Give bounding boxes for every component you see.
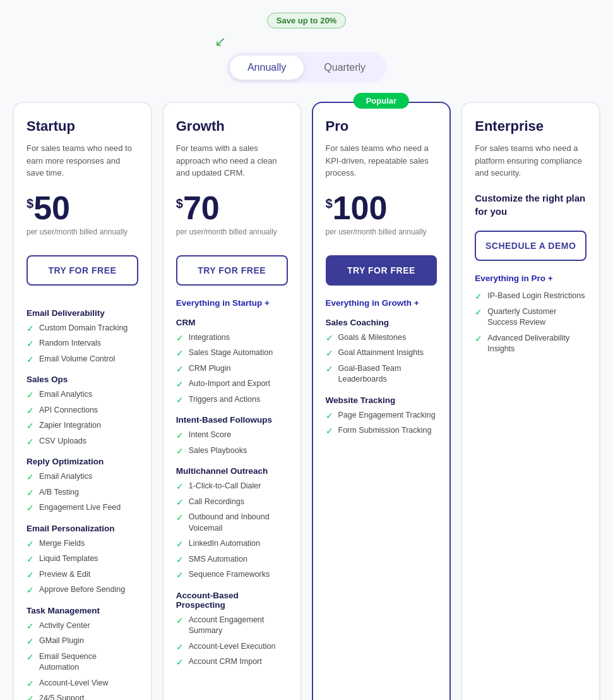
check-icon: ✓: [27, 694, 34, 700]
check-icon: ✓: [27, 621, 34, 631]
feature-item: ✓ Email Analytics: [27, 471, 138, 483]
feature-item: ✓ Preview & Edit: [27, 569, 138, 581]
check-icon: ✓: [27, 390, 34, 400]
feature-item: ✓ API Connections: [27, 405, 138, 416]
check-icon: ✓: [27, 652, 34, 662]
section-label: Email Deliverability: [27, 308, 138, 318]
check-icon: ✓: [475, 334, 482, 344]
feature-text: IP-Based Login Restrictions: [487, 291, 585, 302]
feature-item: ✓ Call Recordings: [176, 497, 288, 508]
plan-name-pro: Pro: [326, 118, 437, 135]
check-icon: ✓: [27, 570, 34, 580]
check-icon: ✓: [27, 354, 34, 365]
check-icon: ✓: [27, 488, 34, 498]
feature-text: Approve Before Sending: [39, 584, 125, 596]
feature-item: ✓ Activity Center: [27, 620, 138, 632]
price-dollar-pro: $: [326, 196, 333, 211]
check-icon: ✓: [326, 411, 333, 421]
feature-text: Account-Level View: [39, 678, 109, 689]
includes-label-enterprise: Everything in Pro +: [475, 274, 586, 283]
feature-text: A/B Testing: [39, 487, 79, 498]
plan-card-startup: StartupFor sales teams who need to earn …: [13, 102, 152, 700]
cta-button-enterprise[interactable]: SCHEDULE A DEMO: [475, 231, 586, 261]
price-row-pro: $ 100: [326, 191, 437, 224]
feature-text: Sales Stage Automation: [189, 347, 273, 359]
feature-text: Engagement Live Feed: [39, 502, 121, 514]
arrow-curve: ↙: [215, 33, 226, 50]
cta-button-pro[interactable]: TRY FOR FREE: [326, 255, 437, 286]
feature-text: Activity Center: [39, 620, 90, 632]
feature-text: Page Engagement Tracking: [338, 410, 436, 421]
feature-text: Custom Domain Tracking: [39, 323, 128, 334]
feature-text: Email Volume Control: [39, 354, 115, 365]
feature-text: Triggers and Actions: [189, 394, 260, 406]
check-icon: ✓: [27, 554, 34, 564]
section-label: Account-Based Prospecting: [176, 591, 288, 610]
feature-item: ✓ Account CRM Import: [176, 656, 288, 668]
check-icon: ✓: [27, 472, 34, 482]
check-icon: ✓: [176, 497, 184, 507]
cta-button-growth[interactable]: TRY FOR FREE: [176, 255, 288, 286]
billing-toggle: Annually Quarterly: [227, 52, 386, 83]
feature-text: Zapier Integration: [39, 420, 101, 431]
feature-text: GMail Plugin: [39, 636, 84, 647]
feature-item: ✓ Engagement Live Feed: [27, 502, 138, 514]
feature-item: ✓ Integrations: [176, 332, 288, 344]
feature-text: Liquid Templates: [39, 553, 98, 565]
popular-badge: Popular: [354, 93, 409, 109]
feature-item: ✓ Goal Attainment Insights: [326, 347, 437, 359]
section-label: Website Tracking: [326, 395, 437, 405]
customize-label-enterprise: Customize the right plan for you: [475, 191, 586, 218]
feature-item: ✓ CRM Plugin: [176, 363, 288, 375]
feature-item: ✓ Form Submission Tracking: [326, 425, 437, 437]
price-dollar-startup: $: [27, 196, 33, 211]
section-label: Reply Optimization: [27, 457, 138, 466]
plan-name-growth: Growth: [176, 118, 288, 135]
save-badge: Save up to 20%: [267, 13, 346, 28]
feature-item: ✓ CSV Uploads: [27, 436, 138, 447]
feature-text: Sequence Frameworks: [189, 569, 270, 581]
check-icon: ✓: [27, 503, 34, 513]
plans-grid: StartupFor sales teams who need to earn …: [13, 102, 600, 700]
check-icon: ✓: [27, 679, 34, 689]
check-icon: ✓: [176, 333, 184, 343]
feature-item: ✓ Email Sequence Automation: [27, 651, 138, 673]
feature-item: ✓ Outbound and Inbound Voicemail: [176, 512, 288, 534]
feature-text: Goal Attainment Insights: [338, 347, 424, 359]
feature-text: Intent Score: [189, 430, 231, 441]
feature-item: ✓ Goal-Based Team Leaderboards: [326, 363, 437, 385]
price-dollar-growth: $: [176, 196, 183, 211]
feature-item: ✓ Liquid Templates: [27, 553, 138, 565]
check-icon: ✓: [176, 657, 184, 667]
billing-annually-button[interactable]: Annually: [230, 56, 304, 80]
feature-item: ✓ IP-Based Login Restrictions: [475, 291, 586, 302]
check-icon: ✓: [326, 348, 333, 358]
feature-text: Integrations: [189, 332, 230, 344]
feature-item: ✓ LinkedIn Automation: [176, 538, 288, 550]
price-period-growth: per user/month billed annually: [176, 227, 288, 238]
plan-desc-startup: For sales teams who need to earn more re…: [27, 142, 138, 180]
feature-item: ✓ Page Engagement Tracking: [326, 410, 437, 421]
check-icon: ✓: [27, 406, 34, 416]
cta-button-startup[interactable]: TRY FOR FREE: [27, 255, 138, 286]
billing-quarterly-button[interactable]: Quarterly: [306, 56, 383, 80]
check-icon: ✓: [27, 339, 34, 349]
check-icon: ✓: [176, 570, 184, 580]
section-label: Sales Coaching: [326, 318, 437, 327]
feature-text: Goal-Based Team Leaderboards: [338, 363, 437, 385]
plan-name-enterprise: Enterprise: [475, 118, 586, 135]
section-label: Multichannel Outreach: [176, 466, 288, 476]
top-section: Save up to 20% ↙ Annually Quarterly: [13, 13, 600, 83]
check-icon: ✓: [176, 555, 184, 565]
price-amount-startup: 50: [33, 191, 70, 224]
check-icon: ✓: [176, 539, 184, 549]
includes-label-growth: Everything in Startup +: [176, 298, 288, 308]
feature-item: ✓ Account-Level Execution: [176, 641, 288, 653]
check-icon: ✓: [27, 421, 34, 431]
feature-text: LinkedIn Automation: [189, 538, 260, 550]
plan-card-enterprise: EnterpriseFor sales teams who need a pla…: [461, 102, 600, 700]
check-icon: ✓: [27, 585, 34, 595]
feature-text: Account CRM Import: [189, 656, 262, 668]
check-icon: ✓: [27, 323, 34, 334]
feature-text: Form Submission Tracking: [338, 425, 432, 437]
